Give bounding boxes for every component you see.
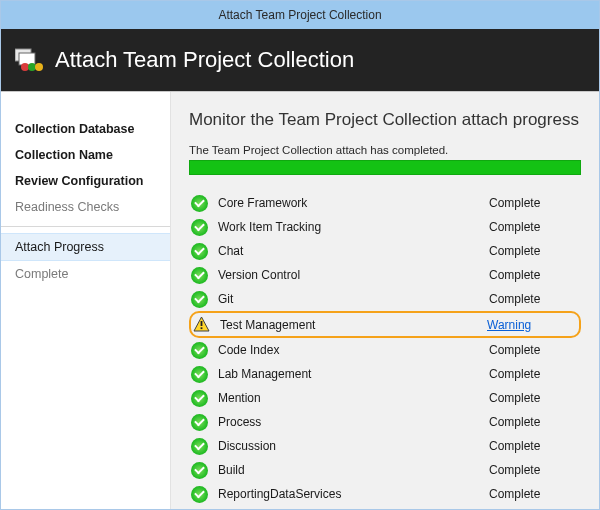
step-name: ReportingDataServices xyxy=(218,487,479,501)
wizard-sidebar: Collection DatabaseCollection NameReview… xyxy=(1,92,171,509)
step-row: ChatComplete xyxy=(189,239,581,263)
warning-icon xyxy=(193,316,210,333)
wizard-main: Monitor the Team Project Collection atta… xyxy=(171,92,599,509)
banner: Attach Team Project Collection xyxy=(1,29,599,91)
steps-list: Core FrameworkCompleteWork Item Tracking… xyxy=(189,191,581,509)
svg-rect-6 xyxy=(201,321,203,326)
check-icon xyxy=(191,267,208,284)
check-icon xyxy=(191,342,208,359)
step-status: Complete xyxy=(489,244,579,258)
project-collection-icon xyxy=(15,47,45,73)
step-row: MentionComplete xyxy=(189,386,581,410)
svg-point-2 xyxy=(21,63,29,71)
wizard-body: Collection DatabaseCollection NameReview… xyxy=(1,91,599,509)
progress-bar xyxy=(189,160,581,175)
step-name: Build xyxy=(218,463,479,477)
step-row: Core FrameworkComplete xyxy=(189,191,581,215)
step-status: Complete xyxy=(489,439,579,453)
step-name: Core Framework xyxy=(218,196,479,210)
step-name: Work Item Tracking xyxy=(218,220,479,234)
step-status: Complete xyxy=(489,487,579,501)
step-status: Complete xyxy=(489,292,579,306)
banner-title: Attach Team Project Collection xyxy=(55,47,354,73)
sidebar-item[interactable]: Attach Progress xyxy=(1,233,170,261)
window-title: Attach Team Project Collection xyxy=(218,8,381,22)
step-status-link[interactable]: Warning xyxy=(487,318,577,332)
step-row: Work Item TrackingComplete xyxy=(189,215,581,239)
step-status: Complete xyxy=(489,391,579,405)
step-name: Mention xyxy=(218,391,479,405)
step-name: Discussion xyxy=(218,439,479,453)
check-icon xyxy=(191,243,208,260)
sidebar-item[interactable]: Collection Database xyxy=(1,116,170,142)
step-status: Complete xyxy=(489,415,579,429)
step-row: Code IndexComplete xyxy=(189,338,581,362)
sidebar-item[interactable]: Review Configuration xyxy=(1,168,170,194)
step-row: Version ControlComplete xyxy=(189,263,581,287)
wizard-window: Attach Team Project Collection Attach Te… xyxy=(0,0,600,510)
step-row: DiscussionComplete xyxy=(189,434,581,458)
step-row: ReportingDataServicesComplete xyxy=(189,482,581,506)
step-status: Complete xyxy=(489,220,579,234)
sidebar-item[interactable]: Complete xyxy=(1,261,170,287)
step-name: Test Management xyxy=(220,318,477,332)
titlebar[interactable]: Attach Team Project Collection xyxy=(1,1,599,29)
step-name: Lab Management xyxy=(218,367,479,381)
svg-point-3 xyxy=(28,63,36,71)
step-row: Test ManagementWarning xyxy=(189,311,581,338)
step-name: Version Control xyxy=(218,268,479,282)
sidebar-separator xyxy=(1,226,170,227)
step-name: Code Index xyxy=(218,343,479,357)
sidebar-item[interactable]: Collection Name xyxy=(1,142,170,168)
step-status: Complete xyxy=(489,268,579,282)
svg-point-4 xyxy=(35,63,43,71)
step-name: Git xyxy=(218,292,479,306)
status-message: The Team Project Collection attach has c… xyxy=(189,144,581,156)
check-icon xyxy=(191,390,208,407)
check-icon xyxy=(191,438,208,455)
step-row: ProcessComplete xyxy=(189,410,581,434)
check-icon xyxy=(191,366,208,383)
step-name: Chat xyxy=(218,244,479,258)
step-status: Complete xyxy=(489,343,579,357)
step-row: Lab ManagementComplete xyxy=(189,362,581,386)
check-icon xyxy=(191,462,208,479)
page-heading: Monitor the Team Project Collection atta… xyxy=(189,110,581,130)
check-icon xyxy=(191,414,208,431)
step-name: Process xyxy=(218,415,479,429)
step-status: Complete xyxy=(489,196,579,210)
check-icon xyxy=(191,486,208,503)
step-row: GitComplete xyxy=(189,287,581,311)
check-icon xyxy=(191,291,208,308)
step-status: Complete xyxy=(489,367,579,381)
step-status: Complete xyxy=(489,463,579,477)
check-icon xyxy=(191,195,208,212)
check-icon xyxy=(191,219,208,236)
step-row: BuildComplete xyxy=(189,458,581,482)
sidebar-item[interactable]: Readiness Checks xyxy=(1,194,170,220)
step-row: Service HooksComplete xyxy=(189,506,581,509)
svg-rect-7 xyxy=(201,327,203,329)
